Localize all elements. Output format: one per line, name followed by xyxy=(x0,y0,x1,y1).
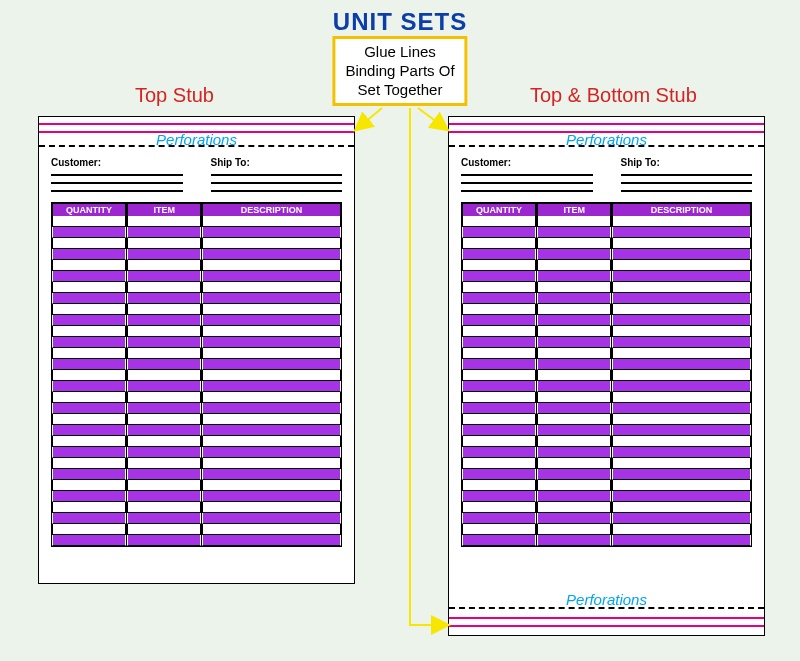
table-cell xyxy=(462,238,536,249)
table-cell xyxy=(127,238,201,249)
column-item: ITEM xyxy=(127,203,202,546)
customer-label: Customer: xyxy=(461,157,593,168)
table-cell xyxy=(612,249,751,260)
table-cell xyxy=(537,238,611,249)
table-cell xyxy=(202,524,341,535)
table-cell xyxy=(52,326,126,337)
table-cell xyxy=(462,458,536,469)
table-cell xyxy=(127,392,201,403)
table-cell xyxy=(612,238,751,249)
column-quantity: QUANTITY xyxy=(462,203,537,546)
table-cell xyxy=(612,359,751,370)
table-cell xyxy=(612,381,751,392)
table-cell xyxy=(52,271,126,282)
table-cell xyxy=(537,381,611,392)
table-cell xyxy=(202,480,341,491)
table-cell xyxy=(52,370,126,381)
table-cell xyxy=(202,326,341,337)
table-cell xyxy=(537,425,611,436)
table-cell xyxy=(537,271,611,282)
table-cell xyxy=(52,348,126,359)
table-cell xyxy=(612,227,751,238)
table-cell xyxy=(462,370,536,381)
table-cell xyxy=(462,414,536,425)
glue-line xyxy=(449,617,764,619)
table-cell xyxy=(462,348,536,359)
table-cell xyxy=(462,392,536,403)
table-cell xyxy=(462,282,536,293)
blank-line xyxy=(461,182,593,184)
column-description: DESCRIPTION xyxy=(612,203,751,546)
table-cell xyxy=(612,403,751,414)
table-cell xyxy=(462,260,536,271)
table-cell xyxy=(202,337,341,348)
table-cell xyxy=(537,513,611,524)
table-cell xyxy=(52,458,126,469)
table-cell xyxy=(202,491,341,502)
table-cell xyxy=(537,249,611,260)
callout-line: Binding Parts Of xyxy=(345,62,454,81)
table-cell xyxy=(612,260,751,271)
table-cell xyxy=(612,370,751,381)
table-cell xyxy=(202,227,341,238)
table-cell xyxy=(202,260,341,271)
ship-to-label: Ship To: xyxy=(621,157,753,168)
table-cell xyxy=(202,304,341,315)
stub-bottom: Perforations xyxy=(449,595,764,635)
table-cell xyxy=(462,249,536,260)
table-cell xyxy=(202,458,341,469)
table-cell xyxy=(127,315,201,326)
table-cell xyxy=(52,469,126,480)
table-cell xyxy=(537,447,611,458)
table-header: DESCRIPTION xyxy=(202,203,341,216)
table-cell xyxy=(202,414,341,425)
column-quantity: QUANTITY xyxy=(52,203,127,546)
table-cell xyxy=(127,469,201,480)
table-cell xyxy=(202,348,341,359)
table-cell xyxy=(612,447,751,458)
table-cell xyxy=(537,414,611,425)
table-cell xyxy=(612,469,751,480)
table-cell xyxy=(127,491,201,502)
table-cell xyxy=(537,458,611,469)
table-cell xyxy=(127,260,201,271)
table-cell xyxy=(202,436,341,447)
table-cell xyxy=(202,502,341,513)
table-cell xyxy=(127,216,201,227)
table-cell xyxy=(127,370,201,381)
table-cell xyxy=(127,381,201,392)
table-cell xyxy=(612,491,751,502)
table-cell xyxy=(202,282,341,293)
table-cell xyxy=(127,502,201,513)
table-cell xyxy=(612,326,751,337)
blank-line xyxy=(211,174,343,176)
table-cell xyxy=(462,381,536,392)
perforation-line xyxy=(39,145,354,147)
table-cell xyxy=(52,227,126,238)
table-cell xyxy=(537,337,611,348)
blank-line xyxy=(211,182,343,184)
table-cell xyxy=(127,359,201,370)
address-row: Customer:Ship To: xyxy=(51,157,342,192)
form-top-bottom-stub: Perforations Customer:Ship To:QUANTITYIT… xyxy=(448,116,765,636)
table-cell xyxy=(52,502,126,513)
table-cell xyxy=(537,260,611,271)
table-cell xyxy=(202,403,341,414)
table-cell xyxy=(202,381,341,392)
table-cell xyxy=(127,535,201,546)
table-cell xyxy=(462,227,536,238)
table-cell xyxy=(127,513,201,524)
table-cell xyxy=(537,227,611,238)
table-cell xyxy=(52,359,126,370)
table-cell xyxy=(462,436,536,447)
customer-block: Customer: xyxy=(51,157,183,192)
blank-line xyxy=(211,190,343,192)
table-cell xyxy=(462,271,536,282)
table-cell xyxy=(202,216,341,227)
table-cell xyxy=(202,513,341,524)
table-cell xyxy=(462,315,536,326)
table-cell xyxy=(127,271,201,282)
glue-line xyxy=(449,625,764,627)
table-cell xyxy=(52,392,126,403)
label-top-bottom-stub: Top & Bottom Stub xyxy=(530,84,697,107)
